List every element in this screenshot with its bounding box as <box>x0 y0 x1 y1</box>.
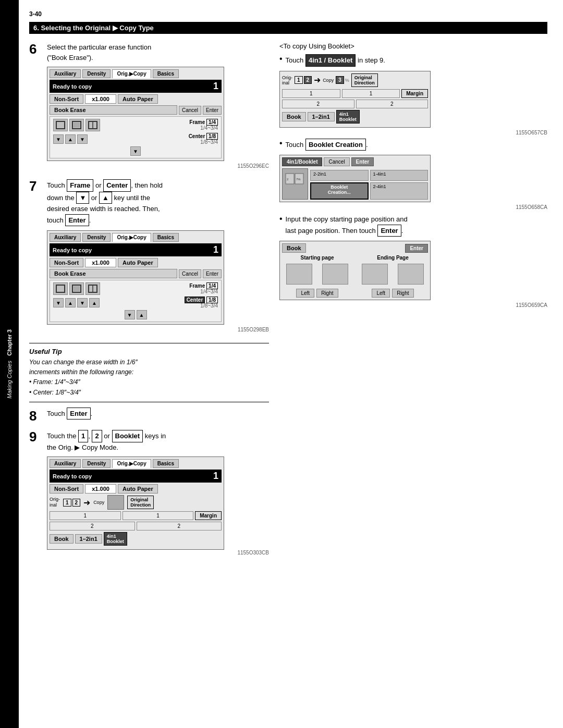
bot-up7[interactable]: ▲ <box>137 310 147 319</box>
bm-tab-auxiliary[interactable]: Auxiliary <box>50 459 81 468</box>
arrow-up7b[interactable]: ▲ <box>89 298 100 307</box>
arrow-down7b[interactable]: ▼ <box>77 298 88 307</box>
image-label-7: 1155O298EB <box>47 327 269 332</box>
image-label-6: 1155O296EC <box>47 163 269 169</box>
bm-row4: 2 2 <box>50 522 222 530</box>
r2-1-4in1[interactable]: 1-4in1 <box>370 170 429 181</box>
bullet-item-1: • Touch 4in1 / Booklet in step 9. <box>279 54 547 67</box>
tab-density[interactable]: Density <box>82 69 111 78</box>
frame-row7: Frame 1/4 1/4~3/4 <box>53 282 218 295</box>
bm-tab-orig-copy[interactable]: Orig.▶Copy <box>112 459 151 468</box>
svg-text:7%: 7% <box>296 178 301 181</box>
tab-auxiliary[interactable]: Auxiliary <box>50 69 81 78</box>
bm-tab-density[interactable]: Density <box>82 459 111 468</box>
center-label-value: Center 1/8 1/8~3/4 <box>189 133 218 145</box>
page-number: 3-40 <box>29 10 547 18</box>
bottom-machine-ui: Auxiliary Density Orig.▶Copy Basics Read… <box>47 456 224 550</box>
ending-page-header: Ending Page <box>358 255 428 261</box>
r2-content: 2 7% 2-2in1 1-4in1 BookletCreation... 2-… <box>282 168 428 200</box>
tab-orig-copy[interactable]: Orig.▶Copy <box>112 69 151 78</box>
to-copy-header: <To copy Using Booklet> <box>279 42 547 50</box>
tab7-auxiliary[interactable]: Auxiliary <box>50 233 81 242</box>
machine-header7: Auxiliary Density Orig.▶Copy Basics <box>50 233 222 242</box>
page-pos-header: Book Enter <box>282 243 428 253</box>
arrow-down7[interactable]: ▼ <box>53 298 64 307</box>
ending-right-btn[interactable]: Right <box>392 289 413 298</box>
page-pos-book-btn[interactable]: Book <box>282 243 306 253</box>
tab7-orig-copy[interactable]: Orig.▶Copy <box>112 233 151 242</box>
key2-btn[interactable]: 2 <box>92 430 102 442</box>
r2-2-2in1[interactable]: 2-2in1 <box>310 170 369 181</box>
down-key[interactable]: ▼ <box>76 192 89 204</box>
center-btn-inline[interactable]: Center <box>103 179 131 192</box>
center-down-btn[interactable]: ▼ <box>130 146 141 156</box>
r1-row2: 2 2 <box>282 100 428 108</box>
auto-paper-btn7[interactable]: Auto Paper <box>118 258 158 267</box>
non-sort-btn[interactable]: Non-Sort <box>50 94 83 104</box>
arrow-down-btn2[interactable]: ▼ <box>77 134 88 144</box>
r1-book[interactable]: Book <box>282 112 306 121</box>
r2-2-4in1[interactable]: 2-4in1 <box>370 182 429 200</box>
book-erase-btn7[interactable]: Book Erase <box>50 269 177 278</box>
up-key[interactable]: ▲ <box>99 192 112 204</box>
bm-4in1-booklet[interactable]: 4in1Booklet <box>104 532 127 546</box>
r2-enter[interactable]: Enter <box>351 157 374 166</box>
tab-basics[interactable]: Basics <box>153 69 179 78</box>
step-8-row: 8 Touch Enter. <box>29 408 269 424</box>
booklet-key-btn[interactable]: Booklet <box>112 430 143 442</box>
bot-down7[interactable]: ▼ <box>125 310 135 319</box>
starting-page-header: Starting page <box>282 255 352 261</box>
r2-cancel[interactable]: Cancel <box>324 157 349 166</box>
starting-left-btn[interactable]: Left <box>296 289 314 298</box>
step-9-row: 9 Touch the 1, 2 or Booklet keys in the … <box>29 430 269 559</box>
r1-4in1-booklet[interactable]: 4in1Booklet <box>336 110 360 124</box>
non-sort-btn7[interactable]: Non-Sort <box>50 258 83 267</box>
r2-4in1-booklet[interactable]: 4in1/Booklet <box>282 157 322 166</box>
cancel-btn7[interactable]: Cancel <box>179 269 201 278</box>
step-9-text: Touch the 1, 2 or Booklet keys in the Or… <box>47 430 269 452</box>
r1-num2: 2 <box>304 76 312 84</box>
enter-btn-step8[interactable]: Enter <box>67 408 90 420</box>
enter-btn-step3[interactable]: Enter <box>377 225 401 237</box>
tab7-density[interactable]: Density <box>82 233 111 242</box>
starting-left-icon <box>286 264 312 285</box>
svg-rect-2 <box>74 122 80 128</box>
tab7-basics[interactable]: Basics <box>153 233 179 242</box>
cancel-btn[interactable]: Cancel <box>179 106 201 115</box>
r1-margin[interactable]: Margin <box>401 89 428 98</box>
enter-btn-inline7[interactable]: Enter <box>65 214 89 227</box>
key1-btn[interactable]: 1 <box>78 430 88 442</box>
arrow-up7[interactable]: ▲ <box>65 298 76 307</box>
r1-nums: 1 2 <box>295 76 312 84</box>
bm-tab-basics[interactable]: Basics <box>153 459 179 468</box>
arrow-down-btn[interactable]: ▼ <box>53 134 64 144</box>
ending-left-btn[interactable]: Left <box>372 289 390 298</box>
enter-btn[interactable]: Enter <box>203 106 222 115</box>
auto-paper-btn[interactable]: Auto Paper <box>118 94 158 104</box>
bm-margin[interactable]: Margin <box>195 511 222 520</box>
r1-orig-direction[interactable]: OriginalDirection <box>351 73 378 87</box>
machine-row7-2: Book Erase Cancel Enter <box>50 269 222 278</box>
bm-original-direction[interactable]: OriginalDirection <box>127 496 154 509</box>
frame-icon7-3 <box>85 282 100 295</box>
4in1-booklet-btn[interactable]: 4in1 / Booklet <box>305 54 356 67</box>
frame-btn-inline[interactable]: Frame <box>67 179 93 192</box>
page-pos-enter-btn[interactable]: Enter <box>405 244 428 253</box>
frame-area7: Frame 1/4 1/4~3/4 ▼ ▲ ▼ <box>50 280 222 322</box>
book-erase-btn[interactable]: Book Erase <box>50 105 177 115</box>
starting-right-btn[interactable]: Right <box>316 289 338 298</box>
chapter-label: Chapter 3 <box>6 329 13 356</box>
bm-num-2: 2 <box>50 522 135 530</box>
bm-status-num: 1 <box>213 471 218 482</box>
frame-svg2 <box>71 120 82 130</box>
bm-auto-paper[interactable]: Auto Paper <box>118 484 158 493</box>
r1-1-2in1[interactable]: 1–2in1 <box>308 112 335 121</box>
bm-1-2in1[interactable]: 1–2in1 <box>75 534 102 544</box>
bm-non-sort[interactable]: Non-Sort <box>50 484 83 493</box>
booklet-creation-btn[interactable]: Booklet Creation <box>305 139 366 151</box>
bm-book-btn[interactable]: Book <box>50 534 74 544</box>
x1000-display7: x1.000 <box>85 258 116 267</box>
enter-btn7[interactable]: Enter <box>203 269 222 278</box>
arrow-up-btn[interactable]: ▲ <box>65 134 76 144</box>
r2-booklet-creation[interactable]: BookletCreation... <box>310 182 369 200</box>
